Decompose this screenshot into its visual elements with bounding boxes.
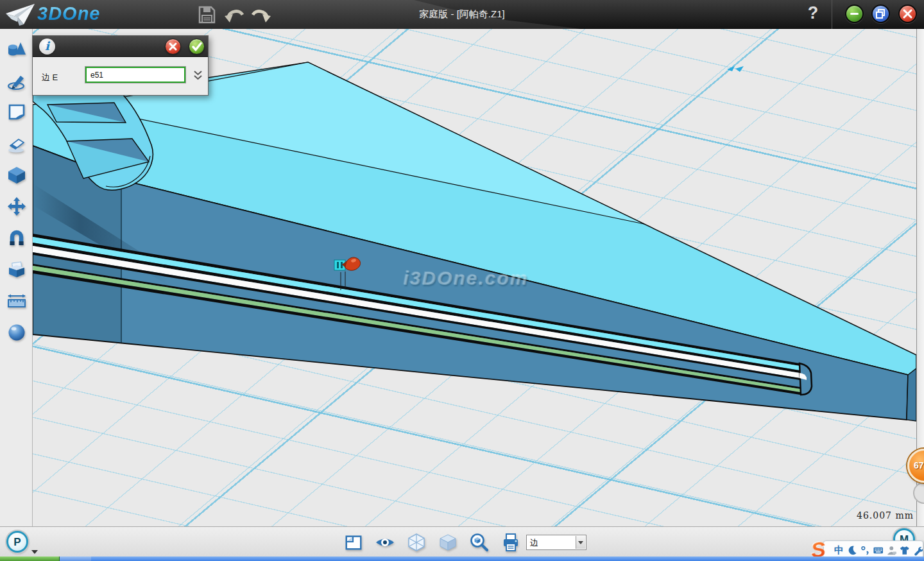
pick-filter-value: 边 [530, 537, 538, 549]
restore-icon [875, 8, 886, 19]
taskbar-green-segment [0, 557, 60, 561]
user-icon[interactable] [887, 545, 897, 556]
confirm-check-icon [192, 42, 202, 51]
zoom-view-icon [469, 532, 490, 553]
sidebar-item-sketch[interactable] [5, 69, 28, 92]
close-icon [903, 9, 912, 19]
expand-options-button[interactable] [191, 67, 204, 83]
sidebar-item-assembly[interactable] [5, 258, 28, 281]
edge-input-dialog: i 边 E [32, 35, 209, 96]
material-sphere-icon [6, 322, 27, 343]
restore-button[interactable] [871, 4, 890, 23]
ime-language-mode[interactable]: 中 [834, 544, 844, 557]
plugin-caret-icon[interactable] [31, 550, 38, 554]
print-icon [501, 532, 521, 553]
mini-axis-icon [727, 66, 744, 72]
save-floppy-icon [198, 6, 216, 24]
confirm-button[interactable] [189, 39, 205, 55]
app-wordmark: 3DOne [37, 3, 100, 24]
fin-vent-1 [47, 103, 126, 123]
sidebar-toolbar [0, 29, 33, 526]
cancel-x-icon [169, 42, 177, 51]
undo-button[interactable] [224, 5, 244, 24]
edge-input[interactable] [85, 67, 185, 83]
dialog-body: 边 E [33, 57, 208, 96]
viewport-layout-button[interactable] [342, 531, 365, 554]
sketch-icon [6, 71, 27, 91]
wing-end-face[interactable] [907, 368, 916, 421]
undo-icon [224, 6, 244, 23]
double-chevron-down-icon [193, 70, 203, 80]
eraser-icon [6, 134, 27, 154]
close-button[interactable] [898, 4, 917, 23]
zoom-view-button[interactable] [468, 531, 491, 554]
minimize-button[interactable] [845, 4, 864, 23]
chevron-down-icon [578, 541, 583, 544]
sidebar-item-surface[interactable] [5, 101, 28, 124]
measure-icon [6, 291, 27, 311]
sidebar-item-primitives[interactable] [5, 38, 28, 61]
save-button[interactable] [196, 5, 217, 24]
sidebar-item-measure[interactable] [5, 289, 28, 313]
titlebar: 3DOne 家庭版 - [阿帕奇.Z1] ? [0, 0, 924, 29]
print-button[interactable] [499, 531, 522, 554]
surface-icon [6, 102, 27, 123]
dropdown-button[interactable] [576, 536, 585, 549]
info-icon: i [39, 39, 55, 55]
app-logo-icon [5, 3, 36, 26]
viewport[interactable]: i3DOne.com 46.007 mm 67 [33, 29, 924, 526]
taskbar-button-segment [60, 557, 91, 561]
sidebar-item-features[interactable] [5, 164, 28, 187]
keyboard-icon[interactable] [873, 545, 884, 556]
assembly-icon [6, 259, 27, 280]
plugin-badge[interactable]: P [6, 531, 28, 553]
pick-filter-select[interactable]: 边 [526, 535, 586, 550]
sidebar-item-material[interactable] [5, 321, 28, 344]
viewport-layout-icon [344, 533, 363, 552]
sidebar-item-eraser[interactable] [5, 132, 28, 155]
bottom-toolbar: P [0, 526, 924, 557]
sidebar-item-constraint[interactable] [5, 227, 28, 250]
magnet-icon [6, 228, 27, 248]
sidebar-item-move[interactable] [5, 195, 28, 218]
redo-button[interactable] [251, 5, 271, 24]
skin-tshirt-icon[interactable] [900, 545, 910, 556]
move-icon [6, 196, 27, 217]
cancel-button[interactable] [165, 39, 181, 55]
primitives-icon [6, 39, 27, 60]
redo-icon [251, 6, 271, 23]
measurement-label: 46.007 mm [857, 510, 914, 521]
titlebar-separator [832, 0, 832, 29]
taskbar-blue-segment [91, 557, 924, 561]
shaded-cube-icon [438, 532, 458, 553]
wireframe-cube-icon [406, 532, 427, 553]
edge-field-label: 边 E [42, 72, 58, 83]
shaded-display-button[interactable] [436, 531, 459, 554]
window-title: 家庭版 - [阿帕奇.Z1] [419, 8, 504, 21]
taskbar-strip [0, 557, 924, 561]
visibility-eye-icon [375, 532, 395, 553]
punctuation-icon[interactable] [860, 545, 871, 556]
watermark: i3DOne.com [404, 268, 529, 289]
minimize-icon [850, 13, 859, 15]
feature-cube-icon [6, 165, 27, 186]
wireframe-display-button[interactable] [405, 531, 428, 554]
visibility-button[interactable] [373, 531, 397, 554]
settings-wrench-icon[interactable] [913, 545, 923, 556]
help-button[interactable]: ? [803, 3, 823, 25]
moon-icon[interactable] [847, 545, 857, 556]
dialog-header[interactable]: i [33, 36, 208, 57]
